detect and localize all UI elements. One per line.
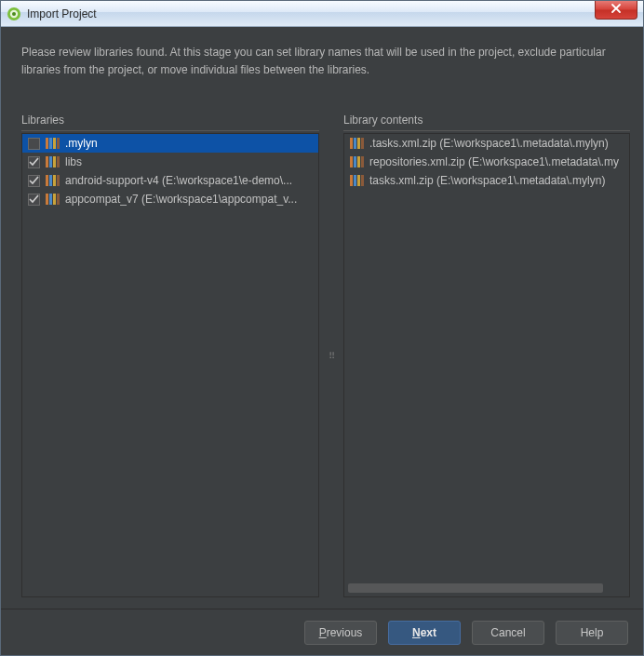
svg-rect-30 bbox=[354, 175, 356, 186]
library-checkbox[interactable] bbox=[28, 194, 40, 206]
content-label: repositories.xml.zip (E:\workspace1\.met… bbox=[369, 155, 619, 168]
svg-rect-26 bbox=[354, 156, 356, 167]
svg-rect-14 bbox=[49, 175, 52, 186]
cancel-button[interactable]: Cancel bbox=[472, 621, 544, 645]
svg-rect-15 bbox=[53, 175, 56, 186]
libraries-header: Libraries bbox=[21, 114, 319, 131]
library-row[interactable]: android-support-v4 (E:\workspace1\e-demo… bbox=[22, 171, 318, 190]
svg-rect-12 bbox=[57, 156, 60, 167]
description-text: Please review libraries found. At this s… bbox=[1, 27, 643, 87]
svg-rect-19 bbox=[53, 194, 56, 205]
close-icon bbox=[610, 1, 622, 18]
svg-rect-22 bbox=[354, 138, 356, 149]
horizontal-scrollbar[interactable] bbox=[348, 583, 625, 593]
svg-rect-25 bbox=[350, 156, 353, 167]
titlebar[interactable]: Import Project bbox=[1, 1, 643, 27]
contents-list[interactable]: .tasks.xml.zip (E:\workspace1\.metadata\… bbox=[343, 133, 630, 597]
content-row[interactable]: repositories.xml.zip (E:\workspace1\.met… bbox=[344, 153, 629, 171]
library-icon bbox=[350, 155, 364, 168]
libraries-list[interactable]: .mylynlibsandroid-support-v4 (E:\workspa… bbox=[21, 133, 319, 597]
library-label: libs bbox=[65, 155, 82, 168]
svg-rect-7 bbox=[53, 138, 56, 149]
content-row[interactable]: tasks.xml.zip (E:\workspace1\.metadata\.… bbox=[344, 171, 629, 190]
content-label: tasks.xml.zip (E:\workspace1\.metadata\.… bbox=[369, 174, 605, 187]
svg-rect-11 bbox=[53, 156, 56, 167]
previous-button[interactable]: Previous bbox=[304, 621, 377, 645]
svg-rect-10 bbox=[49, 156, 52, 167]
svg-rect-24 bbox=[361, 138, 364, 149]
footer: Previous Next Cancel Help bbox=[1, 609, 643, 655]
library-label: .mylyn bbox=[65, 137, 98, 150]
svg-rect-23 bbox=[357, 138, 360, 149]
svg-rect-32 bbox=[361, 175, 364, 186]
window-close-button[interactable] bbox=[595, 1, 637, 20]
libraries-pane: Libraries .mylynlibsandroid-support-v4 (… bbox=[21, 114, 319, 597]
scrollbar-thumb[interactable] bbox=[348, 583, 603, 593]
svg-rect-5 bbox=[46, 138, 48, 149]
svg-rect-28 bbox=[361, 156, 364, 167]
content-row[interactable]: .tasks.xml.zip (E:\workspace1\.metadata\… bbox=[344, 134, 629, 153]
dialog-window: Import Project Please review libraries f… bbox=[0, 0, 644, 656]
library-label: android-support-v4 (E:\workspace1\e-demo… bbox=[65, 174, 292, 187]
panes-container: Libraries .mylynlibsandroid-support-v4 (… bbox=[1, 114, 643, 609]
library-icon bbox=[46, 174, 60, 187]
library-icon bbox=[350, 137, 364, 150]
library-icon bbox=[46, 155, 60, 168]
next-label: ext bbox=[421, 626, 436, 639]
svg-rect-21 bbox=[350, 138, 353, 149]
split-library-button[interactable] bbox=[66, 89, 81, 104]
splitter-handle[interactable]: ⠿ bbox=[329, 114, 334, 597]
app-icon bbox=[7, 7, 21, 21]
help-button[interactable]: Help bbox=[556, 621, 628, 645]
contents-header: Library contents bbox=[343, 114, 630, 131]
library-label: appcompat_v7 (E:\workspace1\appcompat_v.… bbox=[65, 193, 297, 206]
library-checkbox[interactable] bbox=[28, 156, 40, 168]
edit-library-button[interactable] bbox=[38, 89, 53, 104]
merge-library-button[interactable] bbox=[94, 89, 109, 104]
content-label: .tasks.xml.zip (E:\workspace1\.metadata\… bbox=[369, 137, 609, 150]
library-icon bbox=[46, 193, 60, 206]
library-toolbar bbox=[1, 87, 643, 114]
library-row[interactable]: libs bbox=[22, 153, 318, 171]
svg-rect-8 bbox=[57, 138, 60, 149]
previous-label: revious bbox=[327, 626, 363, 639]
library-icon bbox=[46, 137, 60, 150]
contents-pane: Library contents .tasks.xml.zip (E:\work… bbox=[343, 114, 630, 597]
window-title: Import Project bbox=[27, 7, 595, 20]
svg-rect-9 bbox=[46, 156, 48, 167]
svg-rect-13 bbox=[46, 175, 48, 186]
library-checkbox[interactable] bbox=[28, 138, 40, 150]
svg-rect-16 bbox=[57, 175, 60, 186]
next-button[interactable]: Next bbox=[388, 621, 461, 645]
library-row[interactable]: .mylyn bbox=[22, 134, 318, 153]
svg-rect-27 bbox=[357, 156, 360, 167]
library-row[interactable]: appcompat_v7 (E:\workspace1\appcompat_v.… bbox=[22, 190, 318, 208]
svg-rect-20 bbox=[57, 194, 60, 205]
library-checkbox[interactable] bbox=[28, 175, 40, 187]
library-icon bbox=[350, 174, 364, 187]
svg-rect-31 bbox=[357, 175, 360, 186]
svg-rect-18 bbox=[49, 194, 52, 205]
svg-rect-6 bbox=[49, 138, 52, 149]
svg-rect-17 bbox=[46, 194, 48, 205]
svg-point-2 bbox=[12, 12, 16, 16]
svg-rect-29 bbox=[350, 175, 353, 186]
